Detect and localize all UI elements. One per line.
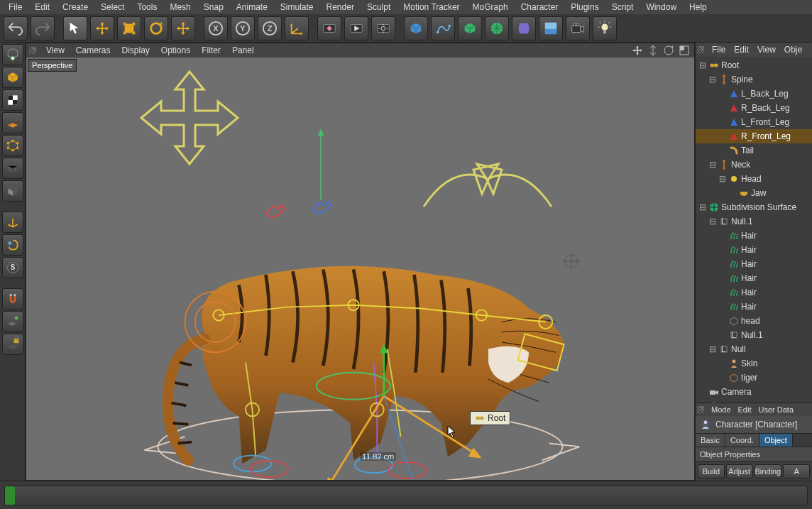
tree-item-r_back_leg[interactable]: R_Back_Leg	[696, 101, 812, 115]
attr-tab-coord[interactable]: Coord.	[725, 434, 759, 447]
expand-toggle[interactable]: ⊟	[698, 60, 707, 70]
render-view-button[interactable]	[317, 16, 341, 40]
texture-mode-button[interactable]	[2, 89, 23, 111]
render-settings-button[interactable]	[371, 16, 395, 40]
menu-render[interactable]: Render	[321, 1, 360, 13]
tree-item-l_back_leg[interactable]: L_Back_Leg	[696, 87, 812, 101]
generator-button[interactable]	[458, 16, 482, 40]
attr-button-binding[interactable]: Binding	[755, 464, 782, 478]
viewport-menu-filter[interactable]: Filter	[196, 44, 226, 57]
expand-toggle[interactable]: ⊟	[718, 174, 727, 184]
attr-tab-basic[interactable]: Basic	[696, 434, 725, 447]
menu-create[interactable]: Create	[57, 1, 94, 13]
magnet-button[interactable]	[2, 288, 23, 310]
menu-sculpt[interactable]: Sculpt	[361, 1, 396, 13]
drag-handle-icon[interactable]	[29, 47, 36, 54]
viewport-menu-display[interactable]: Display	[116, 44, 155, 57]
subdiv-button[interactable]	[485, 16, 509, 40]
attr-menu-user-data[interactable]: User Data	[755, 405, 798, 415]
expand-toggle[interactable]: ⊟	[698, 202, 707, 212]
drag-handle-icon[interactable]	[697, 46, 704, 53]
tree-item-hair[interactable]: Hair	[696, 271, 812, 285]
last-tool[interactable]	[171, 16, 195, 40]
tree-item-camera[interactable]: Camera	[696, 385, 812, 399]
tree-item-root[interactable]: ⊟Root	[696, 58, 812, 72]
light-button[interactable]	[593, 16, 617, 40]
tree-item-tiger[interactable]: tiger	[696, 371, 812, 385]
menu-mesh[interactable]: Mesh	[164, 1, 196, 13]
workplane-snap-button[interactable]	[2, 311, 23, 332]
expand-toggle[interactable]: ⊟	[708, 75, 717, 84]
tree-item-hair[interactable]: Hair	[696, 285, 812, 300]
tree-item-hair[interactable]: Hair	[696, 257, 812, 271]
scale-tool[interactable]	[117, 16, 141, 40]
camera-button[interactable]	[566, 16, 590, 40]
expand-toggle[interactable]: ⊟	[708, 160, 717, 170]
cube-primitive-button[interactable]	[404, 16, 428, 40]
objmgr-menu-file[interactable]: File	[708, 43, 730, 56]
menu-help[interactable]: Help	[684, 1, 713, 13]
spline-button[interactable]	[431, 16, 455, 40]
menu-edit[interactable]: Edit	[29, 1, 55, 13]
menu-window[interactable]: Window	[640, 1, 682, 13]
snap-toggle-button[interactable]: S	[2, 257, 23, 278]
move-tool[interactable]	[90, 16, 114, 40]
head-rotate-controller[interactable]	[410, 157, 566, 235]
viewport-menu-panel[interactable]: Panel	[226, 44, 260, 57]
viewport-solo-button[interactable]	[2, 234, 23, 256]
drag-handle-icon[interactable]	[697, 406, 704, 413]
tree-item-hair[interactable]: Hair	[696, 300, 812, 314]
root-move-controller[interactable]	[119, 65, 260, 185]
tree-item-null-1[interactable]: ⊟LNull.1	[696, 214, 812, 229]
expand-toggle[interactable]: ⊟	[708, 217, 717, 226]
axis-button[interactable]	[2, 212, 23, 233]
z-axis-lock[interactable]: Z	[258, 16, 282, 40]
attr-button-build[interactable]: Build	[698, 464, 725, 478]
menu-select[interactable]: Select	[95, 1, 130, 13]
tree-item-skin[interactable]: Skin	[696, 356, 812, 371]
maximize-view-icon[interactable]	[679, 45, 690, 56]
objmgr-menu-view[interactable]: View	[753, 43, 780, 56]
menu-simulate[interactable]: Simulate	[275, 1, 319, 13]
expand-toggle[interactable]: ⊟	[708, 344, 717, 354]
objmgr-menu-edit[interactable]: Edit	[730, 43, 753, 56]
viewport-menu-options[interactable]: Options	[155, 44, 196, 57]
menu-mograph[interactable]: MoGraph	[467, 1, 514, 13]
rotate-tool[interactable]	[144, 16, 168, 40]
environment-button[interactable]	[539, 16, 563, 40]
tree-item-subdivision-surface[interactable]: ⊟Subdivision Surface	[696, 200, 812, 214]
x-axis-lock[interactable]: X	[204, 16, 228, 40]
object-tree[interactable]: ⊟Root⊟SpineL_Back_LegR_Back_LegL_Front_L…	[696, 57, 812, 403]
tree-item-null-1[interactable]: LNull.1	[696, 328, 812, 342]
tree-item-head[interactable]: ⊟Head	[696, 172, 812, 186]
tree-item-l_front_leg[interactable]: L_Front_Leg	[696, 115, 812, 129]
coord-system-button[interactable]	[285, 16, 309, 40]
live-select-tool[interactable]	[63, 16, 87, 40]
locked-workplane-button[interactable]	[2, 334, 23, 355]
attr-button-adjust[interactable]: Adjust	[726, 464, 753, 478]
viewport-menu-cameras[interactable]: Cameras	[70, 44, 116, 57]
attr-menu-edit[interactable]: Edit	[735, 405, 755, 415]
menu-script[interactable]: Script	[606, 1, 640, 13]
tree-item-null[interactable]: ⊟LNull	[696, 342, 812, 356]
tree-item-neck[interactable]: ⊟Neck	[696, 158, 812, 172]
tree-item-hair[interactable]: Hair	[696, 243, 812, 257]
tree-item-spine[interactable]: ⊟Spine	[696, 72, 812, 87]
point-mode-button[interactable]	[2, 135, 23, 156]
menu-animate[interactable]: Animate	[231, 1, 273, 13]
menu-snap[interactable]: Snap	[198, 1, 229, 13]
viewport-menu-view[interactable]: View	[40, 44, 70, 57]
deformer-button[interactable]	[512, 16, 536, 40]
tree-item-r_front_leg[interactable]: R_Front_Leg	[696, 129, 812, 143]
y-axis-lock[interactable]: Y	[231, 16, 255, 40]
menu-tools[interactable]: Tools	[131, 1, 163, 13]
model-mode-button[interactable]	[2, 67, 23, 88]
menu-character[interactable]: Character	[515, 1, 564, 13]
orbit-view-icon[interactable]	[663, 45, 674, 56]
3d-viewport[interactable]: Perspective	[26, 58, 694, 480]
timeline-playhead[interactable]	[5, 486, 15, 505]
polygon-mode-button[interactable]	[2, 180, 23, 202]
tree-item-jaw[interactable]: Jaw	[696, 186, 812, 200]
timeline-track[interactable]	[4, 486, 808, 505]
menu-plugins[interactable]: Plugins	[565, 1, 604, 13]
